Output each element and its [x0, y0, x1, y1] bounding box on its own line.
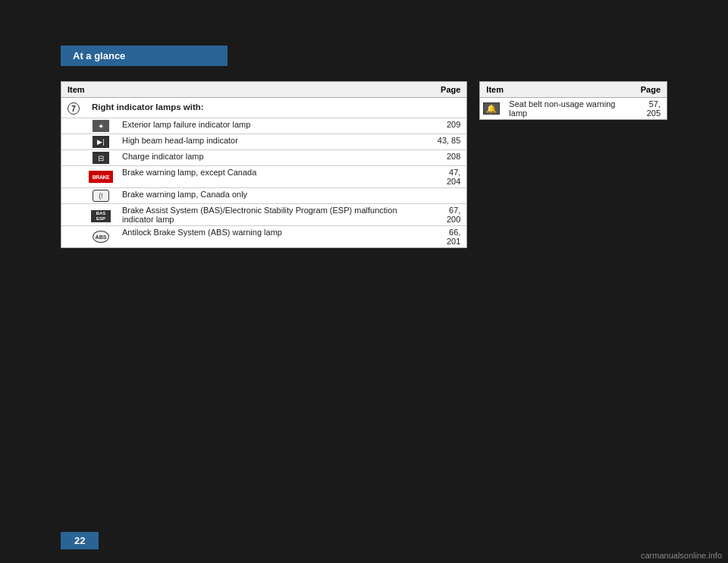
- main-col-item: Item: [61, 82, 428, 98]
- tables-row: Item Page 7 Right indicator lamps with:: [61, 81, 667, 248]
- group-label: Right indicator lamps with:: [86, 98, 428, 118]
- exterior-lamp-icon-cell: ✦: [86, 118, 116, 134]
- side-col-item: Item: [480, 82, 629, 98]
- group-number: 7: [61, 98, 86, 118]
- abs-page: 66, 201: [428, 226, 466, 248]
- high-beam-icon-cell: ▶|: [86, 134, 116, 150]
- charge-icon: ⊟: [93, 152, 109, 164]
- group-page: [428, 98, 466, 118]
- row-indent: [61, 204, 86, 226]
- abs-icon: ABS: [93, 231, 109, 243]
- table-row: BAS ESP Brake Assist System (BAS)/Electr…: [61, 204, 466, 226]
- row-indent: [61, 118, 86, 134]
- brake-canada-icon: (!: [93, 190, 109, 202]
- brake-red-icon: BRAKE: [89, 171, 113, 183]
- charge-icon-cell: ⊟: [86, 150, 116, 166]
- charge-description: Charge indicator lamp: [116, 150, 428, 166]
- brake-canada-page: [428, 188, 466, 204]
- row-indent: [61, 188, 86, 204]
- abs-icon-cell: ABS: [86, 226, 116, 248]
- exterior-lamp-description: Exterior lamp failure indicator lamp: [116, 118, 428, 134]
- brake-canada-icon-cell: (!: [86, 188, 116, 204]
- exterior-lamp-icon: ✦: [93, 120, 109, 132]
- seatbelt-icon: 🔔: [483, 102, 500, 115]
- charge-page: 208: [428, 150, 466, 166]
- esp-label: ESP: [96, 216, 105, 222]
- brake-description: Brake warning lamp, except Canada: [116, 166, 428, 188]
- side-col-page: Page: [629, 82, 667, 98]
- high-beam-description: High beam head-lamp indicator: [116, 134, 428, 150]
- table-row: ✦ Exterior lamp failure indicator lamp 2…: [61, 118, 466, 134]
- abs-description: Antilock Brake System (ABS) warning lamp: [116, 226, 428, 248]
- row-indent: [61, 134, 86, 150]
- section-header: At a glance: [61, 46, 228, 66]
- bas-esp-page: 67, 200: [428, 204, 466, 226]
- main-col-page: Page: [428, 82, 466, 98]
- main-table: Item Page 7 Right indicator lamps with:: [61, 81, 467, 248]
- bas-esp-icon: BAS ESP: [91, 210, 111, 222]
- row-indent: [61, 150, 86, 166]
- table-row: ABS Antilock Brake System (ABS) warning …: [61, 226, 466, 248]
- table-row: (! Brake warning lamp, Canada only: [61, 188, 466, 204]
- bas-esp-description: Brake Assist System (BAS)/Electronic Sta…: [116, 204, 428, 226]
- table-row: BRAKE Brake warning lamp, except Canada …: [61, 166, 466, 188]
- bas-label: BAS: [96, 211, 106, 216]
- exterior-lamp-page: 209: [428, 118, 466, 134]
- table-row: ▶| High beam head-lamp indicator 43, 85: [61, 134, 466, 150]
- table-row: 🔔 Seat belt non-usage warning lamp 57, 2…: [480, 98, 667, 120]
- seatbelt-icon-cell: 🔔: [480, 98, 503, 120]
- seatbelt-page: 57, 205: [629, 98, 667, 120]
- row-indent: [61, 166, 86, 188]
- seatbelt-description: Seat belt non-usage warning lamp: [503, 98, 629, 120]
- brake-canada-description: Brake warning lamp, Canada only: [116, 188, 428, 204]
- watermark: carmanualsonline.info: [635, 548, 728, 563]
- high-beam-icon: ▶|: [93, 136, 109, 148]
- page-number-badge: 22: [61, 532, 99, 549]
- row-indent: [61, 226, 86, 248]
- group-number-circle: 7: [67, 102, 80, 115]
- bas-esp-icon-cell: BAS ESP: [86, 204, 116, 226]
- brake-red-icon-cell: BRAKE: [86, 166, 116, 188]
- table-row: ⊟ Charge indicator lamp 208: [61, 150, 466, 166]
- brake-page: 47, 204: [428, 166, 466, 188]
- high-beam-page: 43, 85: [428, 134, 466, 150]
- table-row-group-header: 7 Right indicator lamps with:: [61, 98, 466, 118]
- side-table: Item Page 🔔 Seat belt non-usage warning …: [479, 81, 667, 120]
